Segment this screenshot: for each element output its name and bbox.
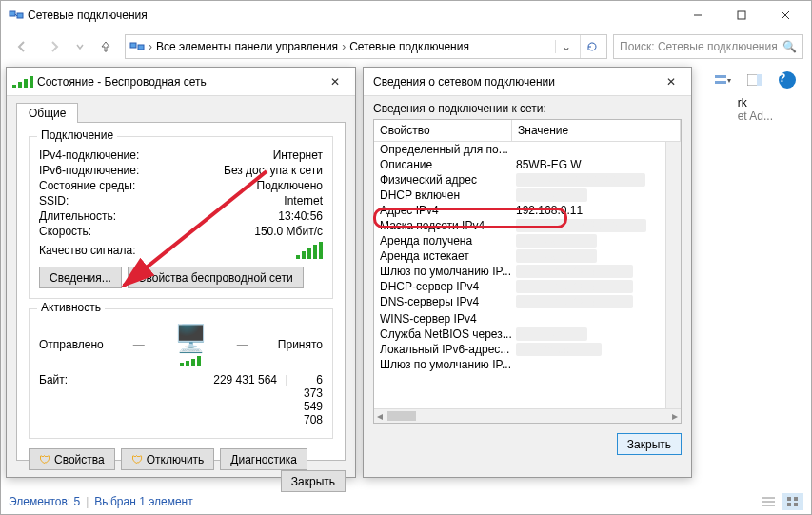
shield-icon: 🛡 <box>39 453 50 466</box>
property-cell: Адрес IPv4 <box>374 204 512 217</box>
scroll-thumb[interactable] <box>387 411 416 421</box>
tab-general[interactable]: Общие <box>16 103 78 123</box>
wifi-properties-button[interactable]: Свойства беспроводной сети <box>128 267 304 288</box>
table-row[interactable]: DHCP включенДа <box>374 188 665 203</box>
property-cell: Описание <box>374 158 512 171</box>
table-row[interactable]: Шлюз по умолчанию IP...192.168.0.1 <box>374 264 665 279</box>
svg-rect-8 <box>138 45 144 50</box>
value-cell: дата <box>512 249 665 263</box>
property-cell: Служба NetBIOS через... <box>374 327 512 341</box>
property-cell: WINS-сервер IPv4 <box>374 312 512 326</box>
preview-pane-button[interactable] <box>741 69 769 90</box>
connection-legend: Подключение <box>37 129 117 142</box>
table-row[interactable]: Шлюз по умолчанию IP... <box>374 357 665 372</box>
table-row[interactable]: DHCP-сервер IPv4192.168.0.1 <box>374 279 665 294</box>
signal-icon <box>12 76 33 88</box>
status-dialog: Состояние - Беспроводная сеть ✕ Общие По… <box>6 67 356 478</box>
tab-panel: Подключение IPv4-подключение:Интернет IP… <box>16 122 346 461</box>
close-icon[interactable]: ✕ <box>657 75 685 89</box>
property-cell: Аренда истекает <box>374 249 512 263</box>
up-button[interactable] <box>92 33 119 60</box>
network-icon <box>129 39 145 54</box>
value-cell: 192.168.0.11 <box>512 204 665 217</box>
vertical-scrollbar[interactable] <box>665 142 681 408</box>
table-row[interactable]: Описание85WB-EG W <box>374 157 665 172</box>
property-cell: Маска подсети IPv4 <box>374 219 512 232</box>
diagnose-button[interactable]: Диагностика <box>220 448 307 470</box>
svg-rect-17 <box>794 497 798 501</box>
table-row[interactable]: Адрес IPv4192.168.0.11 <box>374 203 665 218</box>
close-icon[interactable]: ✕ <box>321 75 349 89</box>
status-count: Элементов: 5 <box>9 495 80 508</box>
recent-locations-button[interactable] <box>73 33 87 60</box>
col-property[interactable]: Свойство <box>374 120 512 141</box>
view-toolbar: ▾ ? <box>708 69 802 90</box>
monitor-icon: 🖥️ <box>174 323 208 354</box>
adapter-name: rk <box>738 96 773 109</box>
details-button[interactable]: Сведения... <box>39 267 122 288</box>
maximize-button[interactable] <box>720 1 763 30</box>
svg-rect-4 <box>738 11 745 19</box>
icons-view-button[interactable] <box>782 493 803 510</box>
ssid-label: SSID: <box>39 194 182 208</box>
activity-group: Активность Отправлено — 🖥️ — Принято Бай… <box>29 308 333 439</box>
table-row[interactable]: Аренда истекаетдата <box>374 248 665 264</box>
adapter-desc: et Ad... <box>738 109 773 123</box>
table-row[interactable]: Аренда полученадата <box>374 233 665 248</box>
table-row[interactable]: Локальный IPv6-адрес...fe80:: <box>374 342 665 357</box>
activity-legend: Активность <box>37 301 105 314</box>
ipv4-label: IPv4-подключение: <box>39 149 182 162</box>
quality-label: Качество сигнала: <box>39 244 135 257</box>
properties-button[interactable]: 🛡Свойства <box>29 448 115 470</box>
network-icon <box>9 8 24 23</box>
search-icon[interactable]: 🔍 <box>782 40 797 53</box>
property-cell: Определенный для по... <box>374 143 512 156</box>
property-cell: Локальный IPv6-адрес... <box>374 343 512 356</box>
table-row[interactable]: WINS-сервер IPv4 <box>374 311 665 327</box>
speed-label: Скорость: <box>39 225 182 238</box>
breadcrumb-root[interactable]: Все элементы панели управления <box>156 40 338 53</box>
adapter-item[interactable]: rk et Ad... <box>738 96 773 123</box>
connection-group: Подключение IPv4-подключение:Интернет IP… <box>29 136 333 299</box>
forward-button[interactable] <box>41 33 68 60</box>
recv-label: Принято <box>278 338 323 351</box>
svg-rect-18 <box>787 503 791 506</box>
ipv6-value: Без доступа к сети <box>182 164 323 177</box>
help-button[interactable]: ? <box>773 69 802 90</box>
search-input[interactable]: Поиск: Сетевые подключения 🔍 <box>613 34 803 59</box>
svg-rect-16 <box>787 497 791 501</box>
close-button[interactable]: Закрыть <box>617 433 682 455</box>
address-history-button[interactable]: ⌄ <box>555 40 576 53</box>
back-button[interactable] <box>9 33 35 60</box>
value-cell: 192.168.0.1 <box>512 265 665 278</box>
property-cell: Физический адрес <box>374 173 512 187</box>
duration-label: Длительность: <box>39 209 182 223</box>
col-value[interactable]: Значение <box>512 120 681 141</box>
breadcrumb-leaf[interactable]: Сетевые подключения <box>349 40 469 53</box>
table-row[interactable]: DNS-серверы IPv4192.168.0.1 <box>374 294 665 309</box>
table-row[interactable]: Определенный для по... <box>374 142 665 157</box>
speed-value: 150.0 Мбит/c <box>182 225 323 238</box>
table-row[interactable]: Маска подсети IPv4255.255.255.0 <box>374 218 665 233</box>
value-cell <box>512 358 665 371</box>
ipv4-value: Интернет <box>182 149 323 162</box>
details-view-button[interactable] <box>758 493 779 510</box>
media-value: Подключено <box>182 179 323 192</box>
crumb-sep-icon[interactable]: › <box>149 40 152 53</box>
close-button[interactable] <box>763 1 807 30</box>
refresh-button[interactable] <box>580 35 603 58</box>
table-row[interactable]: Физический адресXX-XX-XX-XX <box>374 172 665 188</box>
crumb-sep-icon[interactable]: › <box>342 40 346 53</box>
horizontal-scrollbar[interactable]: ◂ ▸ <box>374 408 681 423</box>
address-bar[interactable]: › Все элементы панели управления › Сетев… <box>125 34 607 59</box>
value-cell <box>512 143 665 156</box>
svg-rect-1 <box>17 13 23 18</box>
layout-button[interactable]: ▾ <box>708 69 737 90</box>
table-row[interactable]: Служба NetBIOS через...Да <box>374 327 665 342</box>
minimize-button[interactable] <box>676 1 720 30</box>
disable-button[interactable]: 🛡Отключить <box>121 448 215 470</box>
status-bar: Элементов: 5 | Выбран 1 элемент <box>9 493 803 510</box>
value-cell: XX-XX-XX-XX <box>512 173 665 187</box>
details-listview[interactable]: Свойство Значение Определенный для по...… <box>373 119 682 424</box>
close-button[interactable]: Закрыть <box>281 470 346 492</box>
